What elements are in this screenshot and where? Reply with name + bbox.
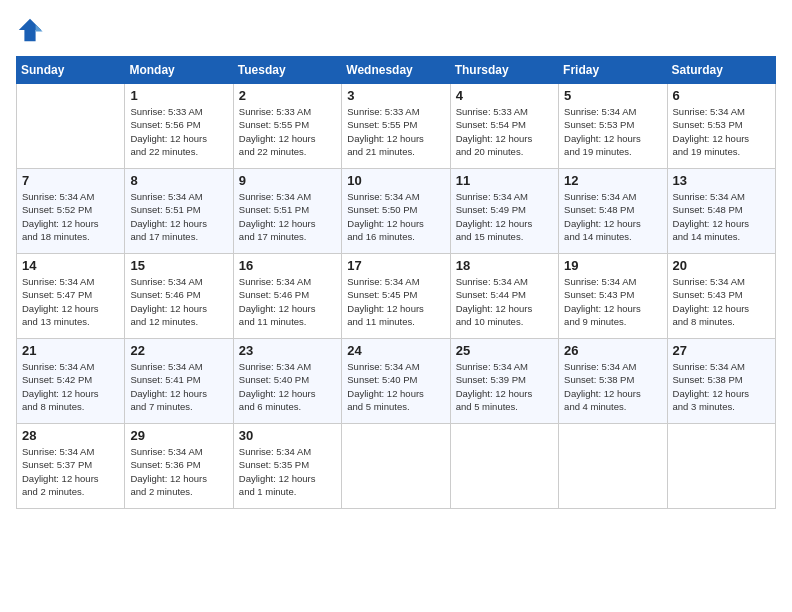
day-number: 12 [564, 173, 661, 188]
calendar-cell: 23Sunrise: 5:34 AM Sunset: 5:40 PM Dayli… [233, 339, 341, 424]
calendar-cell: 7Sunrise: 5:34 AM Sunset: 5:52 PM Daylig… [17, 169, 125, 254]
day-number: 23 [239, 343, 336, 358]
day-number: 24 [347, 343, 444, 358]
day-info: Sunrise: 5:34 AM Sunset: 5:37 PM Dayligh… [22, 445, 119, 498]
day-info: Sunrise: 5:34 AM Sunset: 5:40 PM Dayligh… [347, 360, 444, 413]
day-number: 14 [22, 258, 119, 273]
calendar-cell: 13Sunrise: 5:34 AM Sunset: 5:48 PM Dayli… [667, 169, 775, 254]
logo-icon [16, 16, 44, 44]
calendar-cell: 19Sunrise: 5:34 AM Sunset: 5:43 PM Dayli… [559, 254, 667, 339]
day-info: Sunrise: 5:34 AM Sunset: 5:43 PM Dayligh… [673, 275, 770, 328]
day-info: Sunrise: 5:33 AM Sunset: 5:55 PM Dayligh… [347, 105, 444, 158]
day-number: 18 [456, 258, 553, 273]
calendar-cell: 8Sunrise: 5:34 AM Sunset: 5:51 PM Daylig… [125, 169, 233, 254]
weekday-header-friday: Friday [559, 57, 667, 84]
day-number: 5 [564, 88, 661, 103]
day-number: 30 [239, 428, 336, 443]
calendar-week-row: 28Sunrise: 5:34 AM Sunset: 5:37 PM Dayli… [17, 424, 776, 509]
calendar-table: SundayMondayTuesdayWednesdayThursdayFrid… [16, 56, 776, 509]
weekday-header-sunday: Sunday [17, 57, 125, 84]
day-number: 6 [673, 88, 770, 103]
day-number: 16 [239, 258, 336, 273]
day-info: Sunrise: 5:34 AM Sunset: 5:53 PM Dayligh… [564, 105, 661, 158]
day-number: 7 [22, 173, 119, 188]
calendar-cell: 14Sunrise: 5:34 AM Sunset: 5:47 PM Dayli… [17, 254, 125, 339]
weekday-header-row: SundayMondayTuesdayWednesdayThursdayFrid… [17, 57, 776, 84]
calendar-week-row: 7Sunrise: 5:34 AM Sunset: 5:52 PM Daylig… [17, 169, 776, 254]
day-info: Sunrise: 5:34 AM Sunset: 5:51 PM Dayligh… [130, 190, 227, 243]
day-info: Sunrise: 5:34 AM Sunset: 5:49 PM Dayligh… [456, 190, 553, 243]
day-info: Sunrise: 5:34 AM Sunset: 5:36 PM Dayligh… [130, 445, 227, 498]
day-number: 15 [130, 258, 227, 273]
calendar-cell: 6Sunrise: 5:34 AM Sunset: 5:53 PM Daylig… [667, 84, 775, 169]
day-info: Sunrise: 5:34 AM Sunset: 5:47 PM Dayligh… [22, 275, 119, 328]
calendar-cell: 27Sunrise: 5:34 AM Sunset: 5:38 PM Dayli… [667, 339, 775, 424]
day-info: Sunrise: 5:34 AM Sunset: 5:35 PM Dayligh… [239, 445, 336, 498]
day-info: Sunrise: 5:34 AM Sunset: 5:38 PM Dayligh… [564, 360, 661, 413]
calendar-cell: 21Sunrise: 5:34 AM Sunset: 5:42 PM Dayli… [17, 339, 125, 424]
calendar-week-row: 1Sunrise: 5:33 AM Sunset: 5:56 PM Daylig… [17, 84, 776, 169]
calendar-week-row: 21Sunrise: 5:34 AM Sunset: 5:42 PM Dayli… [17, 339, 776, 424]
day-number: 21 [22, 343, 119, 358]
calendar-cell: 26Sunrise: 5:34 AM Sunset: 5:38 PM Dayli… [559, 339, 667, 424]
calendar-cell [450, 424, 558, 509]
day-number: 17 [347, 258, 444, 273]
calendar-cell: 29Sunrise: 5:34 AM Sunset: 5:36 PM Dayli… [125, 424, 233, 509]
calendar-cell: 1Sunrise: 5:33 AM Sunset: 5:56 PM Daylig… [125, 84, 233, 169]
calendar-cell: 20Sunrise: 5:34 AM Sunset: 5:43 PM Dayli… [667, 254, 775, 339]
calendar-cell: 10Sunrise: 5:34 AM Sunset: 5:50 PM Dayli… [342, 169, 450, 254]
day-number: 28 [22, 428, 119, 443]
day-number: 19 [564, 258, 661, 273]
calendar-cell: 5Sunrise: 5:34 AM Sunset: 5:53 PM Daylig… [559, 84, 667, 169]
logo [16, 16, 48, 44]
day-info: Sunrise: 5:33 AM Sunset: 5:54 PM Dayligh… [456, 105, 553, 158]
day-number: 3 [347, 88, 444, 103]
calendar-cell [342, 424, 450, 509]
day-info: Sunrise: 5:34 AM Sunset: 5:46 PM Dayligh… [130, 275, 227, 328]
calendar-cell: 25Sunrise: 5:34 AM Sunset: 5:39 PM Dayli… [450, 339, 558, 424]
header [16, 16, 776, 44]
day-info: Sunrise: 5:34 AM Sunset: 5:50 PM Dayligh… [347, 190, 444, 243]
day-number: 4 [456, 88, 553, 103]
calendar-cell: 3Sunrise: 5:33 AM Sunset: 5:55 PM Daylig… [342, 84, 450, 169]
day-number: 10 [347, 173, 444, 188]
calendar-cell: 16Sunrise: 5:34 AM Sunset: 5:46 PM Dayli… [233, 254, 341, 339]
day-number: 29 [130, 428, 227, 443]
day-info: Sunrise: 5:34 AM Sunset: 5:46 PM Dayligh… [239, 275, 336, 328]
day-number: 13 [673, 173, 770, 188]
day-info: Sunrise: 5:34 AM Sunset: 5:45 PM Dayligh… [347, 275, 444, 328]
day-info: Sunrise: 5:34 AM Sunset: 5:53 PM Dayligh… [673, 105, 770, 158]
day-info: Sunrise: 5:34 AM Sunset: 5:48 PM Dayligh… [673, 190, 770, 243]
calendar-cell: 12Sunrise: 5:34 AM Sunset: 5:48 PM Dayli… [559, 169, 667, 254]
calendar-cell [559, 424, 667, 509]
day-number: 26 [564, 343, 661, 358]
calendar-cell [17, 84, 125, 169]
calendar-cell: 30Sunrise: 5:34 AM Sunset: 5:35 PM Dayli… [233, 424, 341, 509]
svg-marker-1 [36, 24, 43, 31]
calendar-cell: 17Sunrise: 5:34 AM Sunset: 5:45 PM Dayli… [342, 254, 450, 339]
calendar-cell: 9Sunrise: 5:34 AM Sunset: 5:51 PM Daylig… [233, 169, 341, 254]
calendar-cell: 4Sunrise: 5:33 AM Sunset: 5:54 PM Daylig… [450, 84, 558, 169]
day-number: 25 [456, 343, 553, 358]
day-info: Sunrise: 5:34 AM Sunset: 5:43 PM Dayligh… [564, 275, 661, 328]
day-info: Sunrise: 5:34 AM Sunset: 5:51 PM Dayligh… [239, 190, 336, 243]
weekday-header-thursday: Thursday [450, 57, 558, 84]
day-number: 9 [239, 173, 336, 188]
day-info: Sunrise: 5:34 AM Sunset: 5:48 PM Dayligh… [564, 190, 661, 243]
weekday-header-saturday: Saturday [667, 57, 775, 84]
day-info: Sunrise: 5:33 AM Sunset: 5:56 PM Dayligh… [130, 105, 227, 158]
day-info: Sunrise: 5:34 AM Sunset: 5:42 PM Dayligh… [22, 360, 119, 413]
calendar-cell: 28Sunrise: 5:34 AM Sunset: 5:37 PM Dayli… [17, 424, 125, 509]
day-number: 8 [130, 173, 227, 188]
day-info: Sunrise: 5:34 AM Sunset: 5:38 PM Dayligh… [673, 360, 770, 413]
day-info: Sunrise: 5:34 AM Sunset: 5:39 PM Dayligh… [456, 360, 553, 413]
weekday-header-wednesday: Wednesday [342, 57, 450, 84]
calendar-cell: 22Sunrise: 5:34 AM Sunset: 5:41 PM Dayli… [125, 339, 233, 424]
day-info: Sunrise: 5:34 AM Sunset: 5:52 PM Dayligh… [22, 190, 119, 243]
day-number: 11 [456, 173, 553, 188]
day-number: 27 [673, 343, 770, 358]
day-number: 22 [130, 343, 227, 358]
calendar-cell: 24Sunrise: 5:34 AM Sunset: 5:40 PM Dayli… [342, 339, 450, 424]
calendar-cell [667, 424, 775, 509]
day-info: Sunrise: 5:34 AM Sunset: 5:44 PM Dayligh… [456, 275, 553, 328]
